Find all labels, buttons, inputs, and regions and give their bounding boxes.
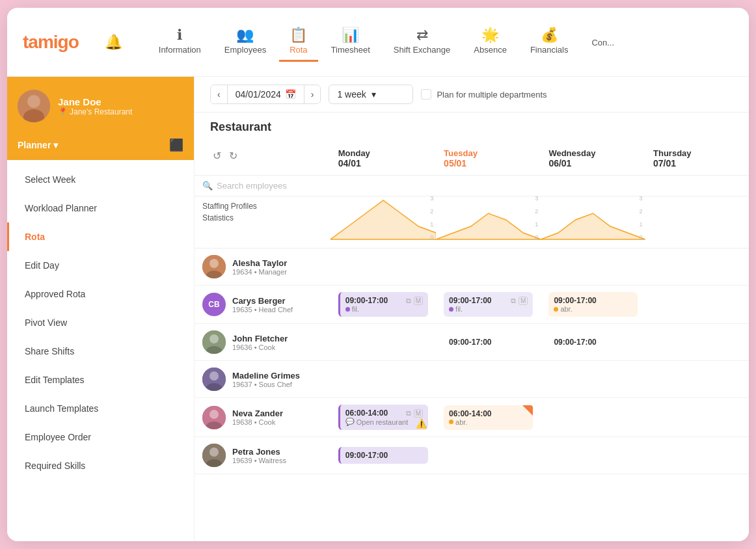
shift-cell-thursday[interactable] bbox=[645, 248, 749, 286]
calendar-icon[interactable]: 📅 bbox=[285, 89, 296, 100]
redo-button[interactable]: ↻ bbox=[226, 148, 240, 163]
shift-block[interactable]: 06:00-14:00 abr. bbox=[444, 405, 533, 430]
shift-cell-monday[interactable] bbox=[331, 248, 436, 286]
shift-cell-wednesday[interactable] bbox=[541, 248, 645, 286]
nav-item-shift-exchange[interactable]: ⇄Shift Exchange bbox=[383, 23, 461, 62]
sidebar-item-share-shifts[interactable]: Share Shifts bbox=[7, 337, 194, 366]
sidebar-item-pivot-view[interactable]: Pivot View bbox=[7, 308, 194, 337]
employee-meta: 19637 • Sous Chef bbox=[232, 381, 300, 388]
search-icon: 🔍 bbox=[202, 181, 213, 191]
nav-item-employees[interactable]: 👥Employees bbox=[214, 23, 277, 62]
planner-dropdown[interactable]: Planner ▾ bbox=[18, 140, 58, 150]
shift-cell-thursday[interactable] bbox=[645, 398, 749, 437]
shift-cell-tuesday[interactable]: 09:00-17:00 bbox=[436, 324, 541, 361]
nav-item-more[interactable]: Con... bbox=[581, 30, 625, 55]
shift-detail: fil. bbox=[449, 305, 528, 313]
shift-cell-monday[interactable]: 09:00-17:00 bbox=[331, 437, 436, 474]
shift-block[interactable]: 06:00-14:00 ⧉M 💬 Open restaurant ⚠️ bbox=[338, 405, 428, 430]
shift-cell-monday[interactable]: 06:00-14:00 ⧉M 💬 Open restaurant ⚠️ bbox=[331, 398, 436, 437]
day-label: Thursday bbox=[653, 148, 741, 158]
sidebar-item-select-week[interactable]: Select Week bbox=[7, 165, 194, 194]
sidebar-item-edit-day[interactable]: Edit Day bbox=[7, 251, 194, 280]
employee-cell: Neva Zander 19638 • Cook bbox=[195, 398, 331, 437]
sidebar-item-employee-order[interactable]: Employee Order bbox=[7, 423, 194, 451]
sidebar-item-edit-templates[interactable]: Edit Templates bbox=[7, 366, 194, 394]
sidebar-item-launch-templates[interactable]: Launch Templates bbox=[7, 394, 194, 423]
svg-point-16 bbox=[209, 259, 219, 268]
message-icon: 💬 bbox=[345, 418, 355, 426]
header-monday: Monday04/01 bbox=[331, 137, 436, 176]
logout-icon[interactable]: ⬛ bbox=[169, 138, 183, 152]
shift-cell-thursday[interactable] bbox=[645, 286, 749, 324]
shift-cell-wednesday[interactable] bbox=[541, 437, 645, 474]
nav-item-rota[interactable]: 📋Rota bbox=[279, 23, 317, 62]
main-layout: Jane Doe 📍 Jane's Restaurant Planner ▾ ⬛… bbox=[7, 77, 749, 541]
sidebar-item-rota[interactable]: Rota bbox=[7, 222, 194, 251]
shift-cell-tuesday[interactable] bbox=[436, 361, 541, 398]
employee-cell: Madeline Grimes 19637 • Sous Chef bbox=[195, 361, 331, 398]
shift-cell-tuesday[interactable]: 06:00-14:00 abr. bbox=[436, 398, 541, 437]
nav-item-absence[interactable]: 🌟Absence bbox=[463, 23, 517, 62]
toolbar: ‹ 04/01/2024 📅 › 1 week ▾ Plan for multi… bbox=[195, 77, 749, 113]
shift-block[interactable]: 09:00-17:00 bbox=[444, 334, 533, 351]
copy-icon: ⧉ bbox=[406, 297, 411, 305]
nav-items: ℹInformation👥Employees📋Rota📊Timesheet⇄Sh… bbox=[148, 23, 733, 62]
shift-block[interactable]: 09:00-17:00 ⧉M fil. bbox=[338, 292, 428, 317]
shift-cell-tuesday[interactable] bbox=[436, 248, 541, 286]
shift-cell-thursday[interactable] bbox=[645, 361, 749, 398]
employees-icon: 👥 bbox=[236, 28, 254, 42]
employee-cell: Alesha Taylor 19634 • Manager bbox=[195, 248, 331, 286]
shift-block[interactable]: 09:00-17:00 bbox=[548, 334, 638, 351]
avatar bbox=[202, 444, 226, 467]
nav-item-financials[interactable]: 💰Financials bbox=[520, 23, 579, 62]
day-date: 06/01 bbox=[548, 158, 638, 168]
content-area: ‹ 04/01/2024 📅 › 1 week ▾ Plan for multi… bbox=[195, 77, 749, 541]
stats-row: Staffing Profiles Statistics 32103210321… bbox=[195, 196, 749, 248]
table-row: CB Carys Berger 19635 • Head Chef 09:00-… bbox=[195, 286, 749, 324]
shift-cell-wednesday[interactable]: 09:00-17:00 bbox=[541, 324, 645, 361]
sidebar-item-required-skills[interactable]: Required Skills bbox=[7, 451, 194, 480]
sidebar-item-approved-rota[interactable]: Approved Rota bbox=[7, 280, 194, 308]
shift-cell-tuesday[interactable]: 09:00-17:00 ⧉M fil. bbox=[436, 286, 541, 324]
schedule-area[interactable]: ↺ ↻ Monday04/01Tuesday05/01Wednesday06/0… bbox=[195, 137, 749, 541]
undo-redo-controls: ↺ ↻ bbox=[202, 143, 323, 168]
employee-cell: CB Carys Berger 19635 • Head Chef bbox=[195, 286, 331, 324]
notification-bell[interactable]: 🔔 bbox=[105, 34, 122, 51]
statistics-label: Statistics bbox=[202, 213, 323, 222]
shift-block[interactable]: 09:00-17:00 bbox=[338, 447, 428, 464]
shift-time: 09:00-17:00 bbox=[449, 296, 491, 305]
shift-detail: fil. bbox=[345, 305, 423, 313]
prev-date-button[interactable]: ‹ bbox=[211, 85, 227, 103]
shift-block[interactable]: 09:00-17:00 abr. bbox=[548, 292, 638, 317]
nav-item-information[interactable]: ℹInformation bbox=[148, 23, 211, 62]
shift-cell-wednesday[interactable] bbox=[541, 361, 645, 398]
undo-button[interactable]: ↺ bbox=[210, 148, 224, 163]
chevron-down-icon: ▾ bbox=[371, 89, 376, 100]
shift-cell-monday[interactable] bbox=[331, 324, 436, 361]
shift-cell-wednesday[interactable] bbox=[541, 398, 645, 437]
chart-cell-monday: 3210 bbox=[331, 196, 436, 248]
copy-icon: ⧉ bbox=[511, 297, 516, 305]
svg-text:1: 1 bbox=[430, 221, 433, 228]
sidebar-item-workload-planner[interactable]: Workload Planner bbox=[7, 194, 194, 222]
employee-name: John Fletcher bbox=[232, 334, 288, 343]
shift-cell-wednesday[interactable]: 09:00-17:00 abr. bbox=[541, 286, 645, 324]
shift-cell-tuesday[interactable] bbox=[436, 437, 541, 474]
shift-cell-thursday[interactable] bbox=[645, 437, 749, 474]
shift-exchange-icon: ⇄ bbox=[416, 28, 428, 42]
week-select-dropdown[interactable]: 1 week ▾ bbox=[329, 85, 413, 104]
nav-item-timesheet[interactable]: 📊Timesheet bbox=[321, 23, 381, 62]
shift-cell-thursday[interactable] bbox=[645, 324, 749, 361]
multi-dept-checkbox[interactable] bbox=[421, 89, 431, 100]
svg-text:1: 1 bbox=[640, 221, 643, 228]
employee-cell: John Fletcher 19636 • Cook bbox=[195, 324, 331, 361]
employee-info: Petra Jones 19639 • Waitress bbox=[202, 444, 323, 467]
employee-header: ↺ ↻ bbox=[195, 137, 331, 176]
employee-meta: 19635 • Head Chef bbox=[232, 306, 293, 314]
shift-block[interactable]: 09:00-17:00 ⧉M fil. bbox=[444, 292, 533, 317]
search-placeholder[interactable]: Search employees bbox=[217, 181, 287, 191]
employee-meta: 19636 • Cook bbox=[232, 343, 288, 351]
next-date-button[interactable]: › bbox=[304, 85, 321, 103]
shift-cell-monday[interactable] bbox=[331, 361, 436, 398]
shift-cell-monday[interactable]: 09:00-17:00 ⧉M fil. bbox=[331, 286, 436, 324]
